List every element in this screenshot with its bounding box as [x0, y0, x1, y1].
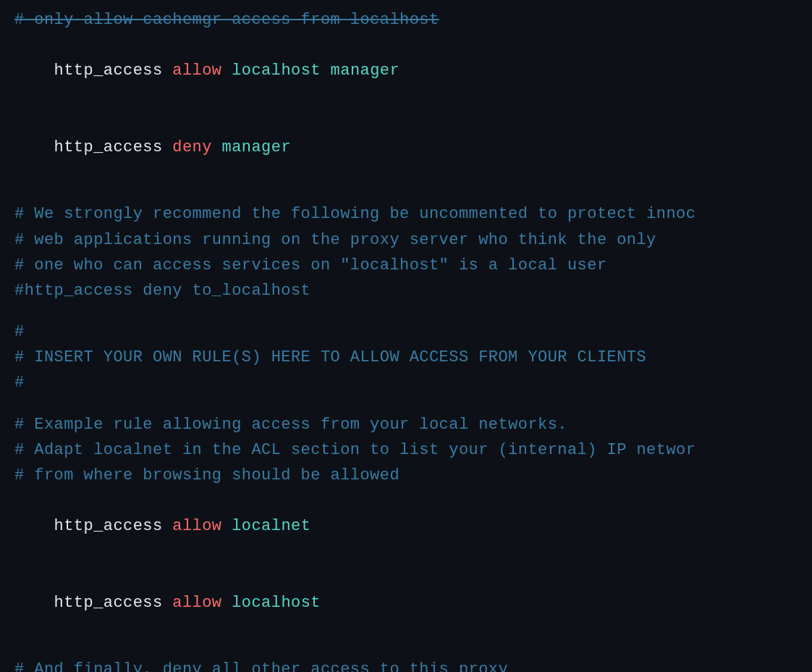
- comment-line-1: # We strongly recommend the following be…: [14, 201, 798, 227]
- comment-line-0: # only allow cachemgr access from localh…: [14, 7, 798, 33]
- allow-keyword-3: allow: [172, 594, 221, 612]
- directive-4: http_access: [54, 594, 173, 612]
- comment-line-2: # web applications running on the proxy …: [14, 227, 798, 253]
- space-1: [222, 62, 232, 80]
- space-3: [222, 517, 232, 535]
- comment-line-8: # Example rule allowing access from your…: [14, 412, 798, 437]
- value-2: manager: [222, 138, 292, 156]
- value-3: localnet: [232, 517, 310, 535]
- directive-3: http_access: [54, 517, 173, 535]
- comment-line-3: # one who can access services on "localh…: [14, 253, 798, 278]
- spacer-3: [14, 396, 798, 412]
- comment-line-4: #http_access deny to_localhost: [14, 278, 798, 303]
- comment-line-5: #: [14, 319, 798, 345]
- value-4: localhost: [232, 594, 321, 612]
- comment-line-9: # Adapt localnet in the ACL section to l…: [14, 437, 798, 463]
- comment-line-10: # from where browsing should be allowed: [14, 463, 798, 488]
- value-1: localhost manager: [232, 62, 399, 80]
- code-line-2: http_access deny manager: [14, 109, 798, 186]
- code-line-4: http_access allow localhost: [14, 565, 798, 642]
- allow-keyword-2: allow: [172, 517, 221, 535]
- spacer-4: [14, 641, 798, 657]
- code-editor: # only allow cachemgr access from localh…: [0, 0, 812, 672]
- code-line-3: http_access allow localnet: [14, 488, 798, 565]
- spacer-2: [14, 303, 798, 319]
- allow-keyword-1: allow: [172, 62, 221, 80]
- comment-line-11: # And finally, deny all other access to …: [14, 657, 798, 672]
- directive-1: http_access: [54, 62, 173, 80]
- deny-keyword-1: deny: [172, 138, 212, 156]
- spacer-1: [14, 185, 798, 201]
- directive-2: http_access: [54, 138, 173, 156]
- space-2: [212, 138, 222, 156]
- space-4: [222, 594, 232, 612]
- code-line-1: http_access allow localhost manager: [14, 33, 798, 109]
- comment-line-7: #: [14, 370, 798, 395]
- comment-line-6: # INSERT YOUR OWN RULE(S) HERE TO ALLOW …: [14, 345, 798, 370]
